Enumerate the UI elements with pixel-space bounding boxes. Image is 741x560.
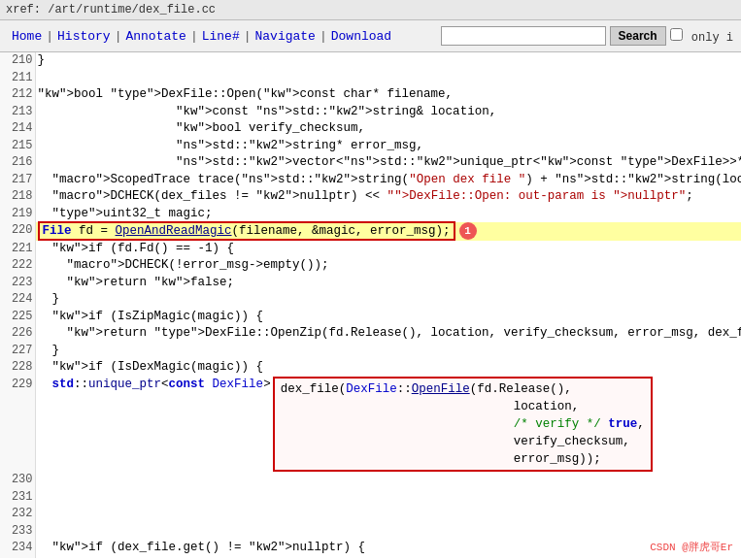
line-number: 234 [0,540,35,557]
titlebar-text: xref: /art/runtime/dex_file.cc [6,3,216,16]
code-line: "kw">if (fd.Fd() == -1) { [35,241,741,258]
watermark: CSDN @胖虎哥Er [650,540,733,554]
code-line: "kw">bool "type">DexFile::Open("kw">cons… [35,86,741,104]
line-number: 219 [0,206,35,223]
code-line: File fd = OpenAndReadMagic(filename, &ma… [35,222,741,241]
line-number: 216 [0,154,35,172]
table-row: 222 "macro">DCHECK(!error_msg->empty()); [0,257,741,275]
table-row: 214 "kw">bool verify_checksum, [0,120,741,138]
table-row: 219 "type">uint32_t magic; [0,206,741,223]
line-number: 210 [0,52,35,70]
line-number: 226 [0,325,35,343]
table-row: 212"kw">bool "type">DexFile::Open("kw">c… [0,86,741,104]
code-line: "kw">if (dex_file.get() != "kw2">nullptr… [35,540,741,557]
only-in-label: only i [670,28,733,45]
line-number: 212 [0,86,35,104]
table-row: 210} [0,52,741,70]
code-line: "ns">std::"kw2">string* error_msg, [35,138,741,155]
only-in-checkbox[interactable] [670,28,683,41]
line-number: 227 [0,343,35,360]
code-line: std::unique_ptr<const DexFile>dex_file(D… [35,377,741,473]
code-line: "macro">ScopedTrace trace("ns">std::"kw2… [35,172,741,189]
table-row: 235 dex_files->push_back("ns">std::move(… [0,557,741,558]
line-number: 229 [0,377,35,473]
line-number: 223 [0,275,35,292]
line-number: 213 [0,104,35,121]
code-line: "kw">if (IsDexMagic(magic)) { [35,359,741,377]
search-input[interactable] [441,26,606,46]
line-number: 228 [0,359,35,377]
nav-history[interactable]: History [53,29,115,44]
line-number: 222 [0,257,35,275]
table-row: 211 [0,70,741,87]
table-row: 221 "kw">if (fd.Fd() == -1) { [0,241,741,258]
table-row: 225 "kw">if (IsZipMagic(magic)) { [0,309,741,326]
code-area: 210}211 212"kw">bool "type">DexFile::Ope… [0,52,741,558]
nav-download[interactable]: Download [327,29,395,44]
table-row: 227 } [0,343,741,360]
code-line: "kw">return "kw">false; [35,275,741,292]
table-row: 220File fd = OpenAndReadMagic(filename, … [0,222,741,241]
line-number: 211 [0,70,35,87]
code-line [35,489,741,507]
code-line: } [35,343,741,360]
line-number: 232 [0,506,35,523]
navbar: Home | History | Annotate | Line# | Navi… [0,20,741,52]
search-button[interactable]: Search [610,26,666,46]
code-line [35,506,741,523]
table-row: 218 "macro">DCHECK(dex_files != "kw2">nu… [0,188,741,206]
nav-annotate[interactable]: Annotate [121,29,189,44]
titlebar: xref: /art/runtime/dex_file.cc [0,0,741,20]
code-table: 210}211 212"kw">bool "type">DexFile::Ope… [0,52,741,558]
line-number: 214 [0,120,35,138]
line-number: 225 [0,309,35,326]
table-row: 229 std::unique_ptr<const DexFile>dex_fi… [0,377,741,473]
code-line: "kw">bool verify_checksum, [35,120,741,138]
table-row: 215 "ns">std::"kw2">string* error_msg, [0,138,741,155]
code-line: "type">uint32_t magic; [35,206,741,223]
table-row: 213 "kw">const "ns">std::"kw2">string& l… [0,104,741,121]
table-row: 223 "kw">return "kw">false; [0,275,741,292]
code-line: "kw">if (IsZipMagic(magic)) { [35,309,741,326]
code-line [35,472,741,489]
line-number: 220 [0,222,35,241]
line-number: 215 [0,138,35,155]
line-number: 230 [0,472,35,489]
code-line [35,523,741,541]
table-row: 234 "kw">if (dex_file.get() != "kw2">nul… [0,540,741,557]
nav-linehash[interactable]: Line# [198,29,244,44]
table-row: 224 } [0,291,741,309]
table-row: 216 "ns">std::"kw2">vector<"ns">std::"kw… [0,154,741,172]
line-number: 218 [0,188,35,206]
code-line: dex_files->push_back("ns">std::move(dex_… [35,557,741,558]
table-row: 230 [0,472,741,489]
code-line: "macro">DCHECK(!error_msg->empty()); [35,257,741,275]
code-line: "ns">std::"kw2">vector<"ns">std::"kw2">u… [35,154,741,172]
table-row: 226 "kw">return "type">DexFile::OpenZip(… [0,325,741,343]
table-row: 217 "macro">ScopedTrace trace("ns">std::… [0,172,741,189]
line-number: 233 [0,523,35,541]
code-line: "kw">return "type">DexFile::OpenZip(fd.R… [35,325,741,343]
code-line: } [35,52,741,70]
line-number: 235 [0,557,35,558]
line-number: 231 [0,489,35,507]
table-row: 228 "kw">if (IsDexMagic(magic)) { [0,359,741,377]
nav-home[interactable]: Home [8,29,46,44]
nav-navigate[interactable]: Navigate [252,29,320,44]
line-number: 221 [0,241,35,258]
code-line: "macro">DCHECK(dex_files != "kw2">nullpt… [35,188,741,206]
table-row: 233 [0,523,741,541]
code-line [35,70,741,87]
code-line: } [35,291,741,309]
line-number: 217 [0,172,35,189]
table-row: 232 [0,506,741,523]
table-row: 231 [0,489,741,507]
line-number: 224 [0,291,35,309]
code-line: "kw">const "ns">std::"kw2">string& locat… [35,104,741,121]
